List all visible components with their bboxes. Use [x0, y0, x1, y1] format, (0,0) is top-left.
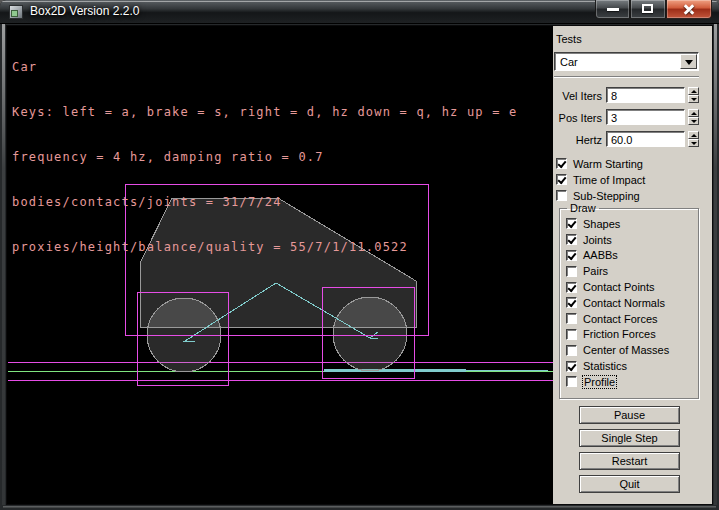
minimize-button[interactable]	[595, 0, 630, 19]
window-border-right	[714, 24, 717, 505]
contact-forces-checkbox[interactable]: Contact Forces	[566, 311, 698, 327]
bodies-stats-text: bodies/contacts/joints = 31/7/24	[12, 195, 517, 210]
checkbox-icon	[566, 376, 577, 387]
spinner-down-icon	[691, 120, 697, 123]
checkbox-label: Sub-Stepping	[573, 190, 640, 202]
contact-segment-thick	[324, 369, 465, 371]
debug-info-text: Car Keys: left = a, brake = s, right = d…	[12, 30, 517, 285]
hertz-label: Hertz	[553, 134, 602, 146]
checkbox-label: Friction Forces	[583, 328, 656, 340]
keys-help-text: Keys: left = a, brake = s, right = d, hz…	[12, 105, 517, 120]
test-selected-value: Car	[560, 56, 578, 68]
checkbox-icon	[566, 297, 577, 308]
control-panel: Tests Car Vel Iters 8 Pos Iters 3 He	[553, 26, 712, 504]
checkbox-label: Warm Starting	[573, 158, 643, 170]
aabbs-checkbox[interactable]: AABBs	[566, 248, 698, 264]
spinner-up-button[interactable]	[688, 109, 699, 117]
separator	[554, 76, 699, 78]
single-step-button[interactable]: Single Step	[579, 429, 680, 447]
checkbox-label: Contact Normals	[583, 297, 665, 309]
checkbox-label: Center of Masses	[583, 344, 669, 356]
checkbox-label: Pairs	[583, 265, 608, 277]
time-of-impact-checkbox[interactable]: Time of Impact	[556, 173, 645, 186]
spinner-down-button[interactable]	[688, 117, 699, 125]
checkbox-label: Contact Points	[583, 281, 655, 293]
close-icon	[682, 2, 696, 16]
window-border-bottom	[3, 506, 716, 508]
window-title: Box2D Version 2.2.0	[30, 4, 139, 18]
title-bar[interactable]: Box2D Version 2.2.0	[0, 0, 719, 24]
checkbox-icon	[566, 345, 577, 356]
checkbox-label: Shapes	[583, 218, 620, 230]
restart-button[interactable]: Restart	[579, 452, 680, 470]
joints-checkbox[interactable]: Joints	[566, 232, 698, 248]
spinner-down-icon	[691, 98, 697, 101]
pairs-checkbox[interactable]: Pairs	[566, 263, 698, 279]
pos-iters-label: Pos Iters	[553, 112, 602, 124]
spinner-down-button[interactable]	[688, 95, 699, 103]
checkbox-icon	[566, 361, 577, 372]
spinner-up-button[interactable]	[688, 131, 699, 139]
checkbox-label: Profile	[583, 376, 616, 388]
draw-group: Draw Shapes Joints AABBs Pairs	[559, 202, 699, 399]
hertz-input[interactable]: 60.0	[606, 131, 685, 147]
test-name-text: Car	[12, 60, 517, 75]
checkbox-icon	[566, 250, 577, 261]
chevron-down-icon	[685, 60, 693, 65]
shapes-checkbox[interactable]: Shapes	[566, 216, 698, 232]
checkbox-label: Contact Forces	[583, 313, 658, 325]
app-icon	[9, 5, 23, 19]
app-window: Box2D Version 2.2.0	[0, 0, 719, 510]
profile-checkbox[interactable]: Profile	[566, 374, 698, 390]
spinner-up-button[interactable]	[688, 87, 699, 95]
checkbox-icon	[556, 158, 567, 169]
friction-forces-checkbox[interactable]: Friction Forces	[566, 327, 698, 343]
proxies-stats-text: proxies/height/balance/quality = 55/7/1/…	[12, 240, 517, 255]
checkbox-label: Time of Impact	[573, 174, 645, 186]
vel-iters-stepper	[688, 87, 699, 103]
window-border-left	[2, 24, 5, 505]
spinner-up-icon	[691, 134, 697, 137]
checkbox-icon	[566, 234, 577, 245]
maximize-button[interactable]	[630, 0, 666, 19]
checkbox-icon	[566, 282, 577, 293]
checkbox-label: Joints	[583, 234, 612, 246]
maximize-icon	[642, 4, 653, 13]
minimize-icon	[607, 8, 619, 11]
checkbox-icon	[556, 174, 567, 185]
quit-button[interactable]: Quit	[579, 475, 680, 493]
pause-button[interactable]: Pause	[579, 406, 680, 424]
tests-label: Tests	[556, 33, 582, 45]
vel-iters-label: Vel Iters	[553, 90, 602, 102]
warm-starting-checkbox[interactable]: Warm Starting	[556, 157, 643, 170]
vel-iters-input[interactable]: 8	[606, 87, 685, 103]
client-area: Car Keys: left = a, brake = s, right = d…	[7, 26, 712, 504]
spinner-up-icon	[691, 112, 697, 115]
checkbox-icon	[566, 218, 577, 229]
spinner-down-button[interactable]	[688, 139, 699, 147]
simulation-canvas[interactable]: Car Keys: left = a, brake = s, right = d…	[7, 26, 553, 504]
test-select-dropdown[interactable]: Car	[554, 52, 699, 71]
draw-group-label: Draw	[567, 202, 599, 214]
frequency-text: frequency = 4 hz, damping ratio = 0.7	[12, 150, 517, 165]
contact-points-checkbox[interactable]: Contact Points	[566, 279, 698, 295]
spinner-down-icon	[691, 142, 697, 145]
spinner-up-icon	[691, 90, 697, 93]
checkbox-label: Statistics	[583, 360, 627, 372]
checkbox-icon	[556, 190, 567, 201]
hertz-stepper	[688, 131, 699, 147]
checkbox-icon	[566, 266, 577, 277]
center-of-masses-checkbox[interactable]: Center of Masses	[566, 342, 698, 358]
contact-normals-checkbox[interactable]: Contact Normals	[566, 295, 698, 311]
pos-iters-input[interactable]: 3	[606, 109, 685, 125]
statistics-checkbox[interactable]: Statistics	[566, 358, 698, 374]
checkbox-icon	[566, 329, 577, 340]
checkbox-icon	[566, 313, 577, 324]
sub-stepping-checkbox[interactable]: Sub-Stepping	[556, 189, 640, 202]
close-button[interactable]	[666, 0, 712, 19]
pos-iters-stepper	[688, 109, 699, 125]
checkbox-label: AABBs	[583, 249, 618, 261]
caption-buttons	[595, 0, 712, 19]
dropdown-button[interactable]	[680, 54, 697, 69]
